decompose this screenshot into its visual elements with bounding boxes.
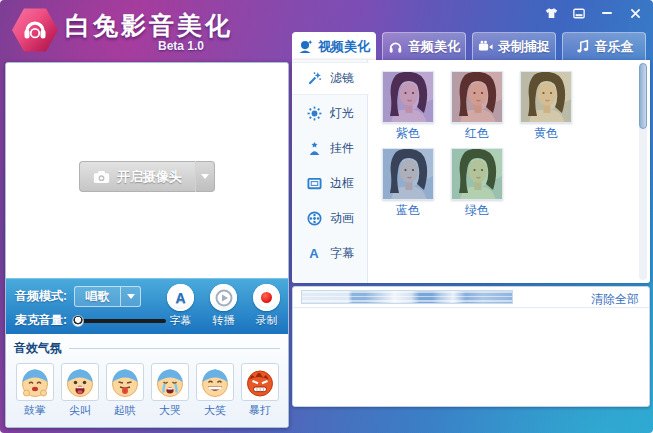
app-window: 白兔影音美化 Beta 1.0 视频美化 xyxy=(0,0,653,433)
relay-icon xyxy=(210,284,237,311)
menu-item-animation[interactable]: 动画 xyxy=(292,202,367,235)
filter-red[interactable]: 红色 xyxy=(451,71,503,142)
filter-thumbnails-area: 紫色 红色 黄色 xyxy=(369,60,636,283)
tab-video-beautify[interactable]: 视频美化 xyxy=(292,32,376,60)
tab-music-box[interactable]: 音乐盒 xyxy=(562,32,646,60)
mic-volume-row: 麦克音量: xyxy=(15,312,166,329)
filter-thumbnail xyxy=(451,148,503,200)
filter-scrollbar[interactable] xyxy=(639,63,647,280)
sound-effect-label: 大哭 xyxy=(159,403,181,418)
menu-item-frame[interactable]: 边框 xyxy=(292,167,367,200)
relay-button[interactable]: 转播 xyxy=(206,284,241,328)
menu-item-subtitle[interactable]: A 字幕 xyxy=(292,237,367,270)
audio-mode-arrow[interactable] xyxy=(120,286,141,307)
menu-item-pendant[interactable]: 挂件 xyxy=(292,132,367,165)
tab-label: 录制捕捉 xyxy=(498,38,550,56)
audio-mode-select[interactable]: 唱歌 xyxy=(74,286,141,307)
tab-label: 音乐盒 xyxy=(595,38,634,56)
filter-label: 红色 xyxy=(465,125,489,142)
filter-blue[interactable]: 蓝色 xyxy=(382,148,434,219)
filter-grid: 紫色 红色 黄色 xyxy=(382,71,636,219)
open-camera-label: 开启摄像头 xyxy=(117,168,182,186)
main-tabs: 视频美化 音频美化 录制捕捉 xyxy=(292,32,646,60)
minimize-button[interactable] xyxy=(599,6,615,20)
filter-label: 绿色 xyxy=(465,202,489,219)
close-button[interactable] xyxy=(627,6,643,20)
jeer-face-icon xyxy=(106,363,144,401)
record-dot-icon xyxy=(253,284,280,311)
filter-tint-overlay xyxy=(521,72,571,122)
menu-item-lighting[interactable]: 灯光 xyxy=(292,97,367,130)
audio-mode-value: 唱歌 xyxy=(74,286,120,307)
tab-audio-beautify[interactable]: 音频美化 xyxy=(382,32,466,60)
sound-effect-applause[interactable]: 鼓掌 xyxy=(16,363,54,418)
chevron-down-icon xyxy=(127,294,135,299)
divider-line xyxy=(69,348,280,349)
tab-record-capture[interactable]: 录制捕捉 xyxy=(472,32,556,60)
sound-effect-label: 鼓掌 xyxy=(24,403,46,418)
app-logo xyxy=(12,7,58,53)
applied-effects-strip xyxy=(301,290,513,304)
headphones-icon xyxy=(20,15,50,45)
mic-volume-label: 麦克音量: xyxy=(15,312,67,329)
clear-all-link[interactable]: 清除全部 xyxy=(591,291,639,308)
sound-effects-list: 鼓掌 xyxy=(14,363,280,418)
frame-icon xyxy=(306,176,322,192)
filter-thumbnail xyxy=(382,71,434,123)
filter-purple[interactable]: 紫色 xyxy=(382,71,434,142)
audio-control-bar: 音频模式: 唱歌 麦克音量: A 字幕 xyxy=(6,278,288,334)
record-capture-icon xyxy=(478,39,493,54)
letter-a: A xyxy=(175,290,185,306)
camera-source-dropdown[interactable] xyxy=(195,161,215,192)
filter-label: 蓝色 xyxy=(396,202,420,219)
tab-label: 音频美化 xyxy=(408,38,460,56)
light-sun-icon xyxy=(306,106,322,122)
video-beautify-icon xyxy=(298,39,313,54)
app-title: 白兔影音美化 xyxy=(65,9,233,42)
tray-button[interactable] xyxy=(571,6,587,20)
audio-action-buttons: A 字幕 转播 录制 xyxy=(163,284,284,328)
cry-face-icon xyxy=(151,363,189,401)
applied-effects-panel: 清除全部 xyxy=(292,286,650,407)
filter-yellow[interactable]: 黄色 xyxy=(520,71,572,142)
sound-effect-beat[interactable]: 暴打 xyxy=(241,363,279,418)
audio-mode-label: 音频模式: xyxy=(15,288,67,305)
filter-thumbnail xyxy=(520,71,572,123)
filter-tint-overlay xyxy=(383,149,433,199)
video-beautify-panel: 滤镜 灯光 xyxy=(292,60,650,283)
menu-item-label: 边框 xyxy=(330,175,354,192)
filter-green[interactable]: 绿色 xyxy=(451,148,503,219)
magic-wand-icon xyxy=(306,71,322,87)
sound-effect-scream[interactable]: 尖叫 xyxy=(61,363,99,418)
version-label: Beta 1.0 xyxy=(158,39,204,53)
filter-thumbnail xyxy=(451,71,503,123)
sound-effect-laugh[interactable]: 大笑 xyxy=(196,363,234,418)
skin-button[interactable] xyxy=(543,6,559,20)
sound-effect-label: 起哄 xyxy=(114,403,136,418)
camera-preview-area: 开启摄像头 xyxy=(6,63,288,278)
open-camera-button[interactable]: 开启摄像头 xyxy=(79,161,195,192)
applied-effects-header: 清除全部 xyxy=(293,287,649,308)
sound-effect-label: 大笑 xyxy=(204,403,226,418)
sound-effects-section: 音效气氛 xyxy=(6,334,288,428)
filter-label: 黄色 xyxy=(534,125,558,142)
menu-item-label: 挂件 xyxy=(330,140,354,157)
sound-effects-header: 音效气氛 xyxy=(14,340,280,357)
menu-item-filter[interactable]: 滤镜 xyxy=(292,62,369,95)
mic-volume-slider[interactable] xyxy=(74,319,166,323)
record-button[interactable]: 录制 xyxy=(249,284,284,328)
subtitle-button[interactable]: A 字幕 xyxy=(163,284,198,328)
mic-volume-knob[interactable] xyxy=(72,315,84,327)
sound-effect-jeer[interactable]: 起哄 xyxy=(106,363,144,418)
scrollbar-thumb[interactable] xyxy=(639,63,647,129)
sound-effect-cry[interactable]: 大哭 xyxy=(151,363,189,418)
sound-effect-label: 暴打 xyxy=(249,403,271,418)
sound-effect-label: 尖叫 xyxy=(69,403,91,418)
beat-face-icon xyxy=(241,363,279,401)
filter-thumbnail xyxy=(382,148,434,200)
filter-label: 紫色 xyxy=(396,125,420,142)
audio-beautify-icon xyxy=(388,39,403,54)
record-button-label: 录制 xyxy=(256,313,278,328)
filter-category-menu: 滤镜 灯光 xyxy=(292,60,368,283)
scream-face-icon xyxy=(61,363,99,401)
